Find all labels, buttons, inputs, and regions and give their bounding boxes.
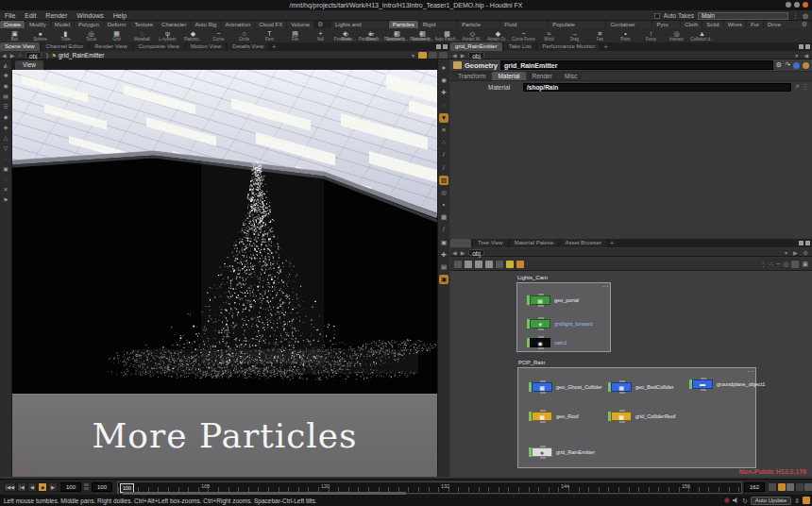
menu-item[interactable]: Windows	[72, 12, 108, 19]
shelf-tab[interactable]: Particles	[389, 21, 418, 28]
viewport-tool-icon[interactable]: ✚	[3, 73, 8, 78]
shelf-tool-button[interactable]: ◎ Torus	[78, 28, 104, 43]
net-dots-icon[interactable]: ∴	[770, 261, 773, 268]
viewport-tool-icon[interactable]: ◌	[4, 177, 8, 182]
net-tool-icon[interactable]	[475, 261, 482, 268]
new-tab-icon[interactable]: +	[608, 239, 616, 247]
take-selector[interactable]: Main	[698, 12, 788, 20]
viewport-tool-icon[interactable]: ◎	[439, 188, 448, 197]
viewport-tool-icon[interactable]: ◌	[439, 101, 448, 110]
menu-item[interactable]: Edit	[20, 12, 41, 19]
pane-tab[interactable]: Motion View	[186, 42, 227, 51]
net-tool-icon[interactable]	[791, 261, 799, 268]
playback-button[interactable]: ▶	[48, 482, 58, 492]
menu-item[interactable]: Help	[109, 12, 131, 19]
network-box-pop-rain[interactable]: POP_Rain – ▫ ▦ geo_Ghost_Collider ▦ geo_…	[517, 367, 756, 468]
viewport-tool-icon[interactable]: ▣	[439, 238, 448, 247]
viewport-tool-icon[interactable]: ▣	[439, 275, 448, 284]
playback-button[interactable]: |◀◀	[4, 482, 16, 492]
shelf-tool-button[interactable]: + Null	[308, 28, 333, 43]
range-end-field[interactable]: 162	[744, 482, 765, 492]
shelf-tab[interactable]: Character	[158, 21, 190, 28]
shelf-tool-button[interactable]: ψ L-system	[155, 28, 180, 43]
viewport-tool-icon[interactable]: ◆	[4, 114, 8, 120]
notify-icon[interactable]: ◍	[803, 12, 808, 19]
pane-controls[interactable]	[436, 44, 448, 49]
frame-icon[interactable]: ▣	[802, 261, 808, 268]
playback-button[interactable]: ◀	[27, 482, 37, 492]
shelf-tool-button[interactable]: ✕ Fan	[587, 28, 613, 43]
pane-tab[interactable]: Performance Monitor	[537, 42, 600, 51]
shelf-tab[interactable]: Polygon	[75, 21, 103, 28]
pane-tab[interactable]: Details View	[228, 42, 268, 51]
pane-tab[interactable]: Composite View	[134, 42, 184, 51]
net-tool-icon[interactable]	[506, 261, 514, 268]
path-node[interactable]: grid_RainEmitter	[59, 52, 104, 59]
node-icon[interactable]: ▦	[611, 382, 632, 392]
take-menu-icon[interactable]: ⋮	[792, 12, 799, 19]
dropdown-icon[interactable]: ▾	[793, 52, 800, 59]
playbar-option-icon[interactable]	[787, 483, 794, 491]
pane-controls[interactable]	[799, 241, 810, 245]
node-name-field[interactable]: grid_RainEmitter	[500, 60, 773, 70]
playback-button[interactable]: |◀	[17, 482, 26, 492]
viewport-tool-icon[interactable]: ☰	[3, 104, 8, 110]
playbar-option-icon[interactable]	[769, 483, 776, 491]
nav-icon[interactable]: ▶	[791, 249, 800, 256]
shelf-tool-button[interactable]: ↑ Force	[638, 28, 664, 43]
viewport-tool-icon[interactable]: ◭	[4, 62, 8, 68]
net-tool-icon[interactable]	[454, 261, 462, 268]
node-icon[interactable]: ☀	[530, 319, 550, 329]
shelf-tool-button[interactable]: ◆ Attract Gr...	[485, 28, 511, 43]
menu-item[interactable]: File	[0, 12, 20, 19]
view-tab[interactable]: View	[15, 60, 43, 70]
box-controls[interactable]: – ▫	[748, 369, 753, 374]
auto-takes-checkbox[interactable]	[654, 13, 660, 19]
shelf-tab[interactable]: Texture	[130, 21, 157, 28]
shelf-tab[interactable]: Solid	[702, 21, 722, 28]
back-icon[interactable]: ◀	[0, 52, 8, 59]
view-option-icon[interactable]	[429, 52, 437, 59]
viewport-tool-icon[interactable]: ✕	[439, 126, 448, 135]
shelf-tool-button[interactable]: T Font	[257, 28, 282, 43]
viewport-tool-icon[interactable]: ▣	[3, 166, 8, 172]
shelf-tool-button[interactable]: ▦ Grid	[104, 28, 129, 43]
current-frame-field[interactable]: 100	[60, 482, 81, 492]
viewport-tool-icon[interactable]: ✚	[439, 250, 448, 260]
shelf-tab[interactable]: Particle Fluids	[458, 21, 499, 28]
shelf-tool-button[interactable]: ∗ Particles fr...	[409, 28, 434, 43]
dropdown-icon[interactable]: ▾	[410, 52, 416, 59]
pane-tab[interactable]: Asset Browser	[560, 239, 606, 247]
snapshot-icon[interactable]	[418, 52, 427, 59]
shelf-tool-button[interactable]: ≈ Wind	[536, 28, 562, 43]
network-node[interactable]: ☀ gridlight_forward	[527, 319, 593, 329]
viewport-tool-icon[interactable]: ∴	[439, 138, 448, 147]
back-icon[interactable]: ◀	[450, 249, 459, 256]
viewport-tool-icon[interactable]: ✚	[439, 88, 448, 97]
orange-globe-icon[interactable]	[803, 62, 809, 69]
pane-controls[interactable]	[799, 44, 810, 49]
viewport-tool-icon[interactable]: ◈	[4, 125, 8, 130]
shelf-tool-button[interactable]: → Drag	[562, 28, 587, 43]
refresh-icon[interactable]: ↻	[742, 498, 748, 504]
viewport-render[interactable]	[12, 70, 437, 394]
auto-update-selector[interactable]: Auto Update	[751, 497, 791, 505]
shelf-gear-icon[interactable]: ⚙	[799, 21, 810, 28]
parameter-tab[interactable]: Misc	[559, 72, 583, 80]
new-tab-icon[interactable]: +	[270, 42, 278, 51]
pane-tab[interactable]: Tree View	[473, 239, 508, 247]
node-icon[interactable]: ▦	[532, 412, 552, 421]
pane-tab[interactable]	[450, 239, 471, 247]
path-context[interactable]: obj	[468, 52, 484, 59]
shelf-tool-button[interactable]: ∗ Particles fr...	[383, 28, 409, 43]
gear-icon[interactable]: ⚙	[802, 249, 810, 256]
shelf-tool-button[interactable]: ▣ Box	[2, 28, 27, 43]
network-node[interactable]: ▦ geo_Ghost_Collider	[529, 382, 602, 392]
shelf-tool-button[interactable]: ▲ Collision d...	[689, 28, 715, 43]
box-controls[interactable]: – ▫	[602, 284, 608, 289]
viewport-tool-icon[interactable]: ▤	[439, 262, 448, 272]
net-tool-icon[interactable]	[485, 261, 493, 268]
node-icon[interactable]: ▬	[692, 380, 713, 389]
menu-item[interactable]: Render	[41, 12, 72, 19]
net-menu-icon[interactable]: ⋮	[760, 261, 767, 268]
